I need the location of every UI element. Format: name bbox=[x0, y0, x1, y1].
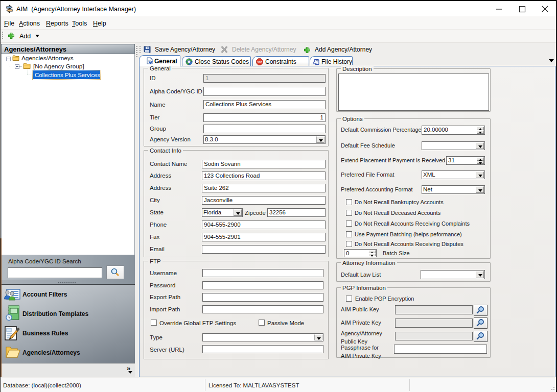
svg-text:STOP: STOP bbox=[258, 61, 261, 63]
